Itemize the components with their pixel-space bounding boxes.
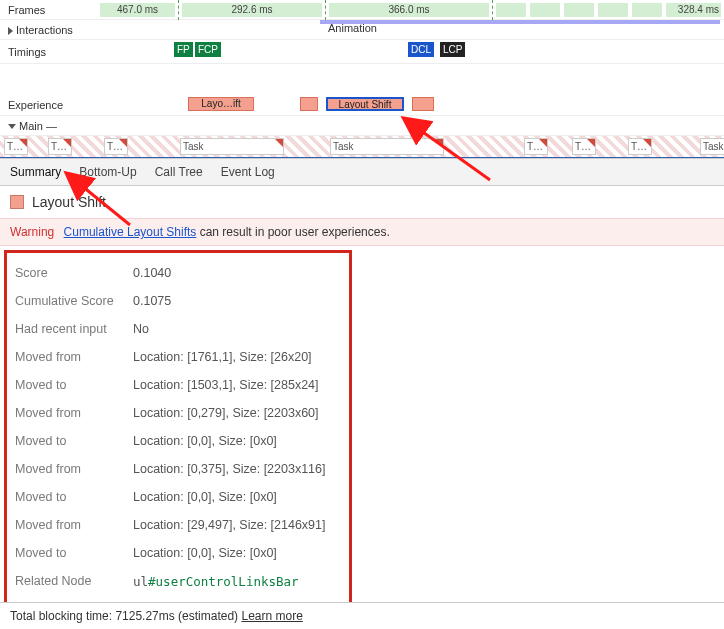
frame-block[interactable] [632, 3, 662, 17]
layout-shift-chip-selected[interactable]: Layout Shift [326, 97, 404, 111]
detail-row: Moved fromLocation: [0,375], Size: [2203… [15, 455, 341, 483]
related-node-link[interactable]: ul#userControlLinksBar [133, 574, 299, 589]
task-chip[interactable]: T… [628, 138, 652, 155]
frame-block[interactable] [564, 3, 594, 17]
details-tabbar: Summary Bottom-Up Call Tree Event Log [0, 159, 724, 186]
tab-summary[interactable]: Summary [10, 165, 61, 179]
learn-more-link[interactable]: Learn more [241, 609, 302, 623]
interactions-content: Animation [100, 20, 724, 39]
detail-row: Moved toLocation: [0,0], Size: [0x0] [15, 539, 341, 567]
layout-shift-chip[interactable] [300, 97, 318, 111]
frame-block[interactable]: 292.6 ms [182, 3, 322, 17]
layout-shift-heading: Layout Shift [0, 186, 724, 218]
task-chip[interactable]: Task [700, 138, 724, 155]
timeline-tracks: Frames 467.0 ms 292.6 ms 366.0 ms 328.4 … [0, 0, 724, 159]
warning-link[interactable]: Cumulative Layout Shifts [64, 225, 197, 239]
detail-row: Moved toLocation: [0,0], Size: [0x0] [15, 483, 341, 511]
frame-block[interactable] [598, 3, 628, 17]
task-chip[interactable]: T… [48, 138, 72, 155]
frame-block[interactable]: 467.0 ms [100, 3, 175, 17]
frames-content: 467.0 ms 292.6 ms 366.0 ms 328.4 ms [100, 0, 724, 19]
spacer-row [0, 64, 724, 94]
tab-bottom-up[interactable]: Bottom-Up [79, 165, 136, 179]
details-panel: Score0.1040 Cumulative Score0.1075 Had r… [4, 250, 352, 609]
detail-row: Moved fromLocation: [29,497], Size: [214… [15, 511, 341, 539]
detail-row: Moved fromLocation: [0,279], Size: [2203… [15, 399, 341, 427]
warning-label: Warning [10, 225, 54, 239]
tab-event-log[interactable]: Event Log [221, 165, 275, 179]
task-chip[interactable]: Task [330, 138, 444, 155]
task-chip[interactable]: Task [180, 138, 284, 155]
detail-row: Moved toLocation: [1503,1], Size: [285x2… [15, 371, 341, 399]
interactions-track: Interactions Animation [0, 20, 724, 40]
animation-bar[interactable] [320, 20, 720, 24]
animation-label: Animation [328, 22, 377, 34]
task-chip[interactable]: T… [104, 138, 128, 155]
timing-chip-lcp[interactable]: LCP [440, 42, 465, 57]
detail-row: Moved toLocation: [0,0], Size: [0x0] [15, 427, 341, 455]
footer-bar: Total blocking time: 7125.27ms (estimate… [0, 602, 724, 629]
timings-content: FP FCP DCL LCP [100, 40, 724, 63]
timing-chip-fcp[interactable]: FCP [195, 42, 221, 57]
tab-call-tree[interactable]: Call Tree [155, 165, 203, 179]
layout-shift-chip[interactable]: Layo…ift [188, 97, 254, 111]
task-chip[interactable]: T… [572, 138, 596, 155]
detail-row: Moved fromLocation: [1761,1], Size: [26x… [15, 343, 341, 371]
layout-shift-title: Layout Shift [32, 194, 106, 210]
frames-track: Frames 467.0 ms 292.6 ms 366.0 ms 328.4 … [0, 0, 724, 20]
main-tasks-row[interactable]: T… T… T… Task Task T… T… T… Task [0, 136, 724, 158]
task-chip[interactable]: T… [4, 138, 28, 155]
timings-label: Timings [0, 46, 100, 58]
experience-label: Experience [0, 99, 100, 111]
footer-text: Total blocking time: 7125.27ms (estimate… [10, 609, 241, 623]
experience-track: Experience Layo…ift Layout Shift [0, 94, 724, 116]
related-node-row: Related Node ul#userControlLinksBar [15, 567, 341, 596]
timing-chip-fp[interactable]: FP [174, 42, 193, 57]
experience-content: Layo…ift Layout Shift [100, 94, 724, 115]
timing-chip-dcl[interactable]: DCL [408, 42, 434, 57]
frame-block[interactable]: 366.0 ms [329, 3, 489, 17]
detail-row: Score0.1040 [15, 259, 341, 287]
timings-track: Timings FP FCP DCL LCP [0, 40, 724, 64]
frame-block[interactable]: 328.4 ms [666, 3, 721, 17]
main-track-header: Main — [0, 116, 724, 136]
caret-icon[interactable] [8, 27, 13, 35]
frame-block[interactable] [496, 3, 526, 17]
interactions-label: Interactions [0, 24, 100, 36]
layout-shift-swatch-icon [10, 195, 24, 209]
caret-down-icon [8, 124, 16, 129]
task-chip[interactable]: T… [524, 138, 548, 155]
main-label[interactable]: Main — [0, 120, 100, 132]
frames-label: Frames [0, 4, 100, 16]
frame-block[interactable] [530, 3, 560, 17]
detail-row: Cumulative Score0.1075 [15, 287, 341, 315]
warning-text: can result in poor user experiences. [196, 225, 389, 239]
warning-row: Warning Cumulative Layout Shifts can res… [0, 218, 724, 246]
detail-row: Had recent inputNo [15, 315, 341, 343]
layout-shift-chip[interactable] [412, 97, 434, 111]
